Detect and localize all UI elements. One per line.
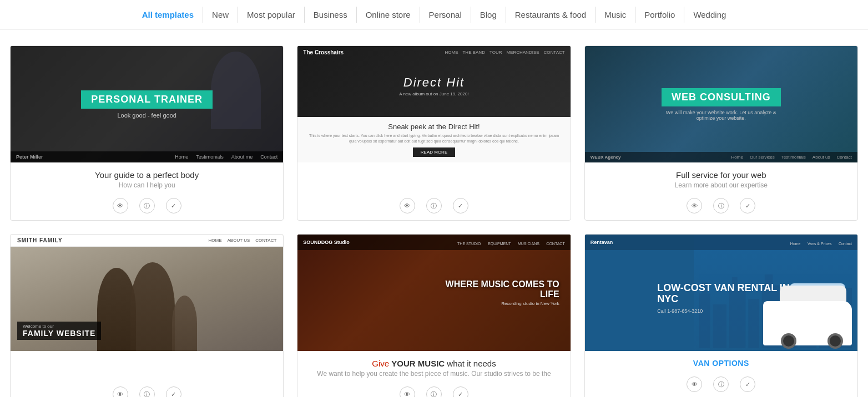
template-category-nav: All templates New Most popular Business … [0, 0, 868, 30]
pt-nav-4: Contact [260, 154, 277, 160]
van-wheel-right [827, 333, 843, 349]
wc-caption-sub: Learn more about our expertise [594, 181, 849, 189]
nav-all-templates[interactable]: All templates [133, 7, 203, 23]
pt-info-btn[interactable]: ⓘ [139, 198, 155, 213]
dh-band-title: Direct Hit [403, 75, 465, 90]
rv-caption: VAN OPTIONS [585, 351, 857, 376]
nav-new[interactable]: New [203, 7, 238, 23]
van-wheel-left [781, 333, 796, 349]
sd-nav-4: CONTACT [546, 242, 564, 246]
wc-preview-btn[interactable]: 👁 [687, 198, 702, 213]
sf-nav-3: CONTACT [255, 238, 276, 243]
template-card-web-consulting[interactable]: WEB CONSULTING We will make your website… [584, 45, 858, 221]
wc-subtitle: We will make your website work. Let us a… [660, 110, 782, 121]
wc-select-btn[interactable]: ✓ [740, 198, 755, 213]
sd-nav-1: THE STUDIO [457, 242, 481, 246]
template-card-sounddog[interactable]: SOUNDDOG Studio THE STUDIO EQUIPMENT MUS… [297, 234, 571, 397]
pt-nav-1: Home [175, 154, 188, 160]
dh-nav-4: MERCHANDISE [506, 50, 539, 55]
sd-headline-2: LIFE [297, 289, 559, 299]
sd-caption-main: Give YOUR MUSIC what it needs [306, 359, 561, 368]
nav-most-popular[interactable]: Most popular [238, 7, 305, 23]
sf-caption-sub [19, 370, 274, 378]
dh-caption-main [306, 170, 561, 180]
sd-sub: Recording studio in New York [297, 301, 559, 306]
nav-portfolio[interactable]: Portfolio [635, 7, 684, 23]
pt-preview-btn[interactable]: 👁 [113, 198, 128, 213]
sd-logo: SOUNDDOG Studio [303, 240, 350, 245]
sf-info-btn[interactable]: ⓘ [139, 386, 155, 397]
nav-personal[interactable]: Personal [420, 7, 471, 23]
pt-caption: Your guide to a perfect body How can I h… [11, 162, 283, 198]
dh-sneak-text: This is where your text starts. You can … [309, 133, 559, 144]
wc-caption-main: Full service for your web [594, 170, 849, 180]
sf-nav-2: ABOUT US [228, 238, 250, 243]
template-card-smith-family[interactable]: SMITH FAMILY HOME ABOUT US CONTACT Welco… [10, 234, 284, 397]
rv-info-btn[interactable]: ⓘ [713, 376, 729, 392]
dh-info-btn[interactable]: ⓘ [426, 198, 442, 213]
dh-nav-3: TOUR [489, 50, 502, 55]
sd-headline-1: WHERE MUSIC COMES TO [297, 279, 559, 289]
rv-caption-link[interactable]: VAN OPTIONS [594, 359, 849, 368]
dh-band-links: HOME THE BAND TOUR MERCHANDISE CONTACT [445, 50, 564, 55]
sd-select-btn[interactable]: ✓ [453, 386, 468, 397]
nav-blog[interactable]: Blog [471, 7, 506, 23]
sd-links: THE STUDIO EQUIPMENT MUSICIANS CONTACT [453, 237, 565, 247]
sf-welcome: Welcome to our [23, 324, 95, 329]
card-preview-direct-hit: The Crosshairs HOME THE BAND TOUR MERCHA… [297, 46, 570, 162]
sf-family-bg: Welcome to our FAMILY WEBSITE [11, 235, 283, 351]
rv-preview-btn[interactable]: 👁 [687, 376, 702, 392]
rv-actions: 👁 ⓘ ✓ [585, 376, 857, 397]
card-preview-sounddog: SOUNDDOG Studio THE STUDIO EQUIPMENT MUS… [297, 235, 570, 351]
rv-logo: Rentavan [591, 240, 613, 245]
sd-nav-3: MUSICIANS [518, 242, 539, 246]
pt-title-box: PERSONAL TRAINER [81, 90, 213, 109]
sd-caption: Give YOUR MUSIC what it needs We want to… [297, 351, 570, 386]
wc-nav-5: Contact [836, 155, 852, 160]
sf-actions: 👁 ⓘ ✓ [11, 386, 283, 397]
pt-actions: 👁 ⓘ ✓ [11, 198, 283, 220]
nav-wedding[interactable]: Wedding [684, 7, 735, 23]
sd-preview-btn[interactable]: 👁 [400, 386, 415, 397]
sf-links: HOME ABOUT US CONTACT [209, 238, 277, 243]
sd-info-btn[interactable]: ⓘ [426, 386, 442, 397]
dh-caption-sub [306, 181, 561, 189]
template-card-rentavan[interactable]: Rentavan Home Vans & Prices Contact LOW-… [584, 234, 858, 397]
dh-preview-btn[interactable]: 👁 [400, 198, 415, 213]
sd-caption-give: Give [372, 359, 391, 368]
pt-caption-sub: How can I help you [19, 181, 274, 189]
dh-read-more-btn[interactable]: READ MORE [413, 147, 455, 157]
rv-van-illustration [752, 279, 857, 351]
card-preview-smith-family: SMITH FAMILY HOME ABOUT US CONTACT Welco… [11, 235, 283, 351]
rv-select-btn[interactable]: ✓ [740, 376, 755, 392]
sf-logo: SMITH FAMILY [17, 237, 63, 243]
nav-business[interactable]: Business [305, 7, 357, 23]
template-card-direct-hit[interactable]: The Crosshairs HOME THE BAND TOUR MERCHA… [297, 45, 571, 221]
sf-nav: SMITH FAMILY HOME ABOUT US CONTACT [11, 235, 283, 247]
dh-nav-2: THE BAND [462, 50, 485, 55]
sf-preview-btn[interactable]: 👁 [113, 386, 128, 397]
pt-caption-main: Your guide to a perfect body [19, 170, 274, 180]
rv-nav-1: Home [790, 242, 801, 246]
nav-restaurants-food[interactable]: Restaurants & food [506, 7, 596, 23]
pt-logo: Peter Miller [16, 154, 43, 160]
wc-mini-nav: WEBX Agency Home Our services Testimonia… [585, 152, 857, 162]
rv-nav-2: Vans & Prices [808, 242, 831, 246]
card-preview-rentavan: Rentavan Home Vans & Prices Contact LOW-… [585, 235, 857, 351]
sd-nav-2: EQUIPMENT [488, 242, 511, 246]
nav-online-store[interactable]: Online store [357, 7, 420, 23]
dh-actions: 👁 ⓘ ✓ [297, 198, 570, 220]
dh-nav-1: HOME [445, 50, 458, 55]
nav-music[interactable]: Music [596, 7, 635, 23]
person-silhouette [211, 52, 261, 129]
dh-band-sub: A new album out on June 19, 2020! [399, 91, 468, 96]
sf-select-btn[interactable]: ✓ [166, 386, 181, 397]
dh-band-nav: The Crosshairs HOME THE BAND TOUR MERCHA… [303, 49, 564, 55]
wc-info-btn[interactable]: ⓘ [713, 198, 729, 213]
dh-light-section: Sneak peek at the Direct Hit! This is wh… [297, 117, 570, 162]
dh-nav-5: CONTACT [544, 50, 565, 55]
dh-select-btn[interactable]: ✓ [453, 198, 468, 213]
template-grid: PERSONAL TRAINER Look good - feel good P… [0, 30, 868, 397]
template-card-personal-trainer[interactable]: PERSONAL TRAINER Look good - feel good P… [10, 45, 284, 221]
pt-select-btn[interactable]: ✓ [166, 198, 181, 213]
